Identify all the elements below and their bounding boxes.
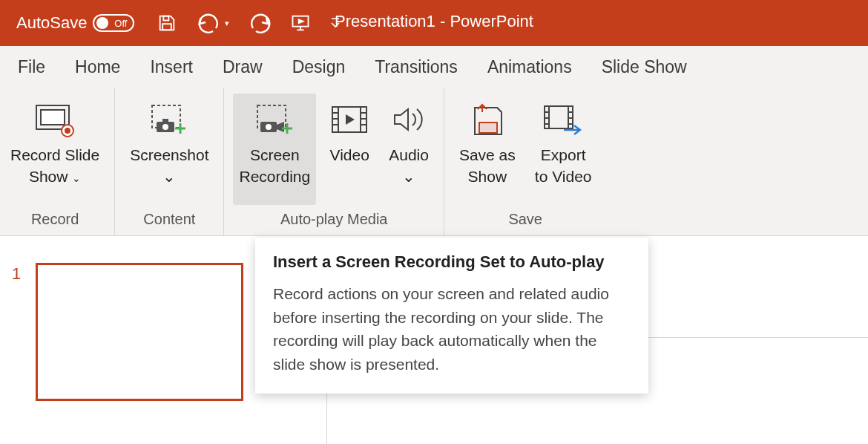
label-line1: Screenshot xyxy=(130,144,208,166)
slide-number: 1 xyxy=(12,263,21,444)
group-record: Record Slide Show ⌄ Record xyxy=(0,88,115,235)
tab-design[interactable]: Design xyxy=(292,57,346,77)
tab-file[interactable]: File xyxy=(18,57,45,77)
label-line1: Export xyxy=(541,144,586,166)
label-line2: to Video xyxy=(535,166,592,187)
export-to-video-button[interactable]: Export to Video xyxy=(529,94,598,205)
label-line2: Recording xyxy=(239,166,310,187)
label-line2 xyxy=(347,166,352,187)
screen-recording-icon xyxy=(251,98,297,141)
svg-rect-1 xyxy=(163,24,172,30)
group-label: Content xyxy=(143,211,195,232)
save-as-show-button[interactable]: Save as Show xyxy=(453,94,522,205)
screenshot-button[interactable]: Screenshot ⌄ xyxy=(124,94,214,205)
group-label: Auto-play Media xyxy=(280,211,388,232)
chevron-down-icon: ⌄ xyxy=(69,172,81,184)
toggle-switch[interactable]: Off xyxy=(93,14,134,32)
audio-icon xyxy=(390,98,427,141)
group-label: Save xyxy=(508,211,542,232)
tab-insert[interactable]: Insert xyxy=(150,57,193,77)
tab-transitions[interactable]: Transitions xyxy=(375,57,458,77)
tab-slide-show[interactable]: Slide Show xyxy=(602,57,687,77)
video-button[interactable]: Video xyxy=(323,94,375,205)
chevron-down-icon: ⌄ xyxy=(162,166,176,187)
tooltip-title: Insert a Screen Recording Set to Auto-pl… xyxy=(273,252,631,272)
ribbon-tabs: File Home Insert Draw Design Transitions… xyxy=(0,46,868,88)
label-line1: Video xyxy=(330,144,369,166)
autosave-toggle[interactable]: AutoSave Off xyxy=(0,13,137,33)
tooltip-body: Record actions on your screen and relate… xyxy=(273,282,631,376)
svg-point-10 xyxy=(162,124,168,130)
label-line1: Save as xyxy=(459,144,516,166)
tab-home[interactable]: Home xyxy=(75,57,120,77)
record-slide-show-button[interactable]: Record Slide Show ⌄ xyxy=(4,94,105,205)
save-as-show-icon xyxy=(467,98,507,141)
screen-recording-button[interactable]: Screen Recording xyxy=(233,94,316,205)
redo-icon[interactable] xyxy=(249,12,271,34)
screenshot-icon xyxy=(146,98,192,141)
label-line1: Record Slide xyxy=(10,144,99,166)
title-app: PowerPoint xyxy=(450,12,533,30)
label-line2: Show ⌄ xyxy=(29,166,81,187)
export-video-icon xyxy=(542,98,585,141)
customize-qat-icon[interactable] xyxy=(330,16,341,30)
chevron-down-icon: ▾ xyxy=(225,19,229,28)
chevron-down-icon: ⌄ xyxy=(402,166,415,187)
record-slide-icon xyxy=(32,98,78,141)
svg-point-7 xyxy=(65,128,70,134)
tab-animations[interactable]: Animations xyxy=(487,57,572,77)
group-autoplay-media: Screen Recording Video xyxy=(224,88,444,235)
undo-icon[interactable]: ▾ xyxy=(197,12,229,34)
svg-rect-0 xyxy=(164,16,169,21)
autosave-state: Off xyxy=(114,18,127,29)
autosave-label: AutoSave xyxy=(16,13,87,33)
save-icon[interactable] xyxy=(157,13,177,33)
title-bar: AutoSave Off ▾ xyxy=(0,0,868,46)
svg-point-14 xyxy=(266,124,272,130)
ribbon: Record Slide Show ⌄ Record Screenshot ⌄ xyxy=(0,88,868,236)
group-content: Screenshot ⌄ Content xyxy=(115,88,224,235)
quick-access-toolbar: ▾ xyxy=(157,12,341,34)
slide-thumbnail[interactable] xyxy=(36,263,243,401)
video-icon xyxy=(329,98,369,141)
svg-rect-5 xyxy=(41,110,65,125)
title-filename: Presentation1 xyxy=(335,12,435,30)
present-from-start-icon[interactable] xyxy=(290,13,311,33)
svg-rect-24 xyxy=(479,123,497,133)
label-line1: Screen xyxy=(250,144,300,166)
label-line2: Show xyxy=(468,166,507,187)
tooltip: Insert a Screen Recording Set to Auto-pl… xyxy=(255,238,648,394)
svg-rect-11 xyxy=(162,119,168,123)
group-save: Save as Show Export to Video Save xyxy=(444,88,607,235)
tab-draw[interactable]: Draw xyxy=(223,57,263,77)
group-label: Record xyxy=(31,211,79,232)
audio-button[interactable]: Audio ⌄ xyxy=(383,94,435,205)
label-line1: Audio xyxy=(389,144,429,166)
title-separator: - xyxy=(435,12,450,30)
